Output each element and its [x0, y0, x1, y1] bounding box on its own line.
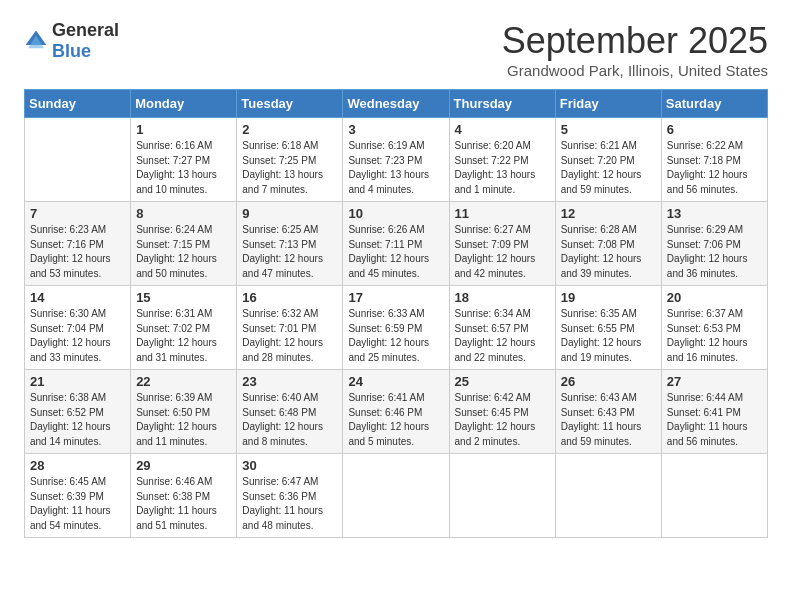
page-header: General Blue September 2025 Grandwood Pa…	[24, 20, 768, 79]
calendar-cell: 20Sunrise: 6:37 AM Sunset: 6:53 PM Dayli…	[661, 286, 767, 370]
day-number: 13	[667, 206, 762, 221]
logo-text: General Blue	[52, 20, 119, 62]
day-info: Sunrise: 6:44 AM Sunset: 6:41 PM Dayligh…	[667, 391, 762, 449]
calendar-week-row: 21Sunrise: 6:38 AM Sunset: 6:52 PM Dayli…	[25, 370, 768, 454]
calendar-cell: 12Sunrise: 6:28 AM Sunset: 7:08 PM Dayli…	[555, 202, 661, 286]
calendar-cell: 13Sunrise: 6:29 AM Sunset: 7:06 PM Dayli…	[661, 202, 767, 286]
day-number: 12	[561, 206, 656, 221]
calendar-cell: 23Sunrise: 6:40 AM Sunset: 6:48 PM Dayli…	[237, 370, 343, 454]
calendar-cell	[449, 454, 555, 538]
day-info: Sunrise: 6:42 AM Sunset: 6:45 PM Dayligh…	[455, 391, 550, 449]
day-info: Sunrise: 6:41 AM Sunset: 6:46 PM Dayligh…	[348, 391, 443, 449]
day-number: 15	[136, 290, 231, 305]
calendar-cell: 30Sunrise: 6:47 AM Sunset: 6:36 PM Dayli…	[237, 454, 343, 538]
day-info: Sunrise: 6:38 AM Sunset: 6:52 PM Dayligh…	[30, 391, 125, 449]
day-number: 1	[136, 122, 231, 137]
calendar-cell: 4Sunrise: 6:20 AM Sunset: 7:22 PM Daylig…	[449, 118, 555, 202]
day-info: Sunrise: 6:20 AM Sunset: 7:22 PM Dayligh…	[455, 139, 550, 197]
day-info: Sunrise: 6:34 AM Sunset: 6:57 PM Dayligh…	[455, 307, 550, 365]
day-info: Sunrise: 6:39 AM Sunset: 6:50 PM Dayligh…	[136, 391, 231, 449]
calendar-cell: 18Sunrise: 6:34 AM Sunset: 6:57 PM Dayli…	[449, 286, 555, 370]
calendar-week-row: 28Sunrise: 6:45 AM Sunset: 6:39 PM Dayli…	[25, 454, 768, 538]
logo-icon	[24, 29, 48, 53]
day-number: 11	[455, 206, 550, 221]
calendar-cell	[661, 454, 767, 538]
day-info: Sunrise: 6:43 AM Sunset: 6:43 PM Dayligh…	[561, 391, 656, 449]
logo-general: General	[52, 20, 119, 40]
calendar-week-row: 7Sunrise: 6:23 AM Sunset: 7:16 PM Daylig…	[25, 202, 768, 286]
day-info: Sunrise: 6:46 AM Sunset: 6:38 PM Dayligh…	[136, 475, 231, 533]
day-number: 28	[30, 458, 125, 473]
day-number: 14	[30, 290, 125, 305]
day-info: Sunrise: 6:22 AM Sunset: 7:18 PM Dayligh…	[667, 139, 762, 197]
day-info: Sunrise: 6:24 AM Sunset: 7:15 PM Dayligh…	[136, 223, 231, 281]
calendar-cell: 29Sunrise: 6:46 AM Sunset: 6:38 PM Dayli…	[131, 454, 237, 538]
calendar-cell: 22Sunrise: 6:39 AM Sunset: 6:50 PM Dayli…	[131, 370, 237, 454]
day-number: 25	[455, 374, 550, 389]
day-number: 10	[348, 206, 443, 221]
calendar-cell: 5Sunrise: 6:21 AM Sunset: 7:20 PM Daylig…	[555, 118, 661, 202]
day-number: 16	[242, 290, 337, 305]
day-number: 5	[561, 122, 656, 137]
calendar-cell: 6Sunrise: 6:22 AM Sunset: 7:18 PM Daylig…	[661, 118, 767, 202]
calendar-cell: 15Sunrise: 6:31 AM Sunset: 7:02 PM Dayli…	[131, 286, 237, 370]
calendar-cell: 26Sunrise: 6:43 AM Sunset: 6:43 PM Dayli…	[555, 370, 661, 454]
calendar-header-saturday: Saturday	[661, 90, 767, 118]
day-number: 29	[136, 458, 231, 473]
title-block: September 2025 Grandwood Park, Illinois,…	[502, 20, 768, 79]
calendar-header-friday: Friday	[555, 90, 661, 118]
day-number: 24	[348, 374, 443, 389]
calendar-header-wednesday: Wednesday	[343, 90, 449, 118]
day-info: Sunrise: 6:29 AM Sunset: 7:06 PM Dayligh…	[667, 223, 762, 281]
day-info: Sunrise: 6:26 AM Sunset: 7:11 PM Dayligh…	[348, 223, 443, 281]
calendar-header-thursday: Thursday	[449, 90, 555, 118]
day-number: 21	[30, 374, 125, 389]
month-title: September 2025	[502, 20, 768, 62]
calendar-cell: 2Sunrise: 6:18 AM Sunset: 7:25 PM Daylig…	[237, 118, 343, 202]
day-info: Sunrise: 6:18 AM Sunset: 7:25 PM Dayligh…	[242, 139, 337, 197]
day-number: 19	[561, 290, 656, 305]
calendar-week-row: 1Sunrise: 6:16 AM Sunset: 7:27 PM Daylig…	[25, 118, 768, 202]
day-info: Sunrise: 6:35 AM Sunset: 6:55 PM Dayligh…	[561, 307, 656, 365]
day-info: Sunrise: 6:25 AM Sunset: 7:13 PM Dayligh…	[242, 223, 337, 281]
calendar-table: SundayMondayTuesdayWednesdayThursdayFrid…	[24, 89, 768, 538]
day-info: Sunrise: 6:40 AM Sunset: 6:48 PM Dayligh…	[242, 391, 337, 449]
day-info: Sunrise: 6:28 AM Sunset: 7:08 PM Dayligh…	[561, 223, 656, 281]
calendar-cell: 7Sunrise: 6:23 AM Sunset: 7:16 PM Daylig…	[25, 202, 131, 286]
day-number: 20	[667, 290, 762, 305]
calendar-header-sunday: Sunday	[25, 90, 131, 118]
logo-blue: Blue	[52, 41, 91, 61]
calendar-cell	[343, 454, 449, 538]
day-number: 17	[348, 290, 443, 305]
calendar-cell: 21Sunrise: 6:38 AM Sunset: 6:52 PM Dayli…	[25, 370, 131, 454]
day-number: 8	[136, 206, 231, 221]
day-info: Sunrise: 6:16 AM Sunset: 7:27 PM Dayligh…	[136, 139, 231, 197]
calendar-cell: 9Sunrise: 6:25 AM Sunset: 7:13 PM Daylig…	[237, 202, 343, 286]
day-number: 2	[242, 122, 337, 137]
calendar-cell: 25Sunrise: 6:42 AM Sunset: 6:45 PM Dayli…	[449, 370, 555, 454]
day-info: Sunrise: 6:30 AM Sunset: 7:04 PM Dayligh…	[30, 307, 125, 365]
calendar-cell: 8Sunrise: 6:24 AM Sunset: 7:15 PM Daylig…	[131, 202, 237, 286]
day-info: Sunrise: 6:21 AM Sunset: 7:20 PM Dayligh…	[561, 139, 656, 197]
calendar-cell: 24Sunrise: 6:41 AM Sunset: 6:46 PM Dayli…	[343, 370, 449, 454]
logo: General Blue	[24, 20, 119, 62]
day-number: 9	[242, 206, 337, 221]
calendar-cell: 1Sunrise: 6:16 AM Sunset: 7:27 PM Daylig…	[131, 118, 237, 202]
day-number: 22	[136, 374, 231, 389]
calendar-cell: 27Sunrise: 6:44 AM Sunset: 6:41 PM Dayli…	[661, 370, 767, 454]
day-number: 23	[242, 374, 337, 389]
day-number: 3	[348, 122, 443, 137]
calendar-cell: 28Sunrise: 6:45 AM Sunset: 6:39 PM Dayli…	[25, 454, 131, 538]
calendar-cell: 10Sunrise: 6:26 AM Sunset: 7:11 PM Dayli…	[343, 202, 449, 286]
day-info: Sunrise: 6:33 AM Sunset: 6:59 PM Dayligh…	[348, 307, 443, 365]
day-info: Sunrise: 6:19 AM Sunset: 7:23 PM Dayligh…	[348, 139, 443, 197]
day-info: Sunrise: 6:47 AM Sunset: 6:36 PM Dayligh…	[242, 475, 337, 533]
day-number: 7	[30, 206, 125, 221]
day-info: Sunrise: 6:27 AM Sunset: 7:09 PM Dayligh…	[455, 223, 550, 281]
day-number: 18	[455, 290, 550, 305]
day-number: 30	[242, 458, 337, 473]
calendar-cell: 16Sunrise: 6:32 AM Sunset: 7:01 PM Dayli…	[237, 286, 343, 370]
day-number: 26	[561, 374, 656, 389]
calendar-cell: 19Sunrise: 6:35 AM Sunset: 6:55 PM Dayli…	[555, 286, 661, 370]
calendar-cell	[25, 118, 131, 202]
